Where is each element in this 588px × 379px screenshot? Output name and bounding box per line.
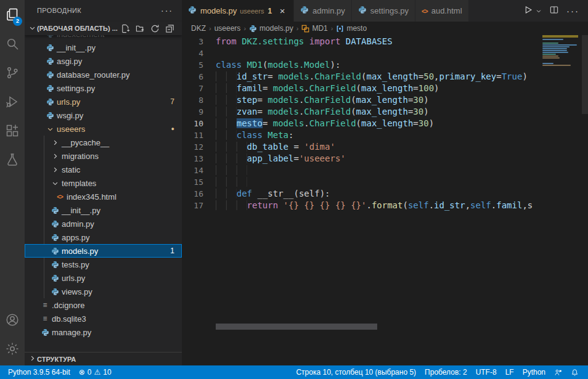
testing-icon[interactable] [0, 145, 25, 174]
line-number[interactable]: 9 [182, 106, 203, 118]
minimap[interactable] [542, 35, 578, 67]
refresh-icon[interactable] [150, 24, 160, 33]
breadcrumb-item-mesto[interactable]: mesto [336, 24, 367, 33]
tree-item-templates[interactable]: templates [25, 176, 182, 190]
vertical-scrollbar[interactable] [582, 35, 588, 114]
feedback-button[interactable] [550, 365, 566, 379]
line-number[interactable]: 14 [182, 165, 203, 176]
line-content: famil= models.CharField(max_length=100) [216, 83, 439, 94]
collapse-all-icon[interactable] [165, 24, 174, 33]
line-number[interactable]: 17 [182, 200, 203, 211]
indentation-label: Пробелов: 2 [425, 368, 467, 377]
tree-item-views-py[interactable]: views.py [25, 285, 182, 298]
tree-item-urls-py[interactable]: urls.py [25, 271, 182, 285]
line-number[interactable]: 4 [182, 47, 203, 59]
tree-item-db-sqlite3[interactable]: ≡db.sqlite3 [25, 312, 182, 325]
run-button[interactable] [523, 5, 533, 17]
tab-settings-py[interactable]: settings.py [352, 0, 415, 22]
tree-item-useeers[interactable]: useeers● [25, 122, 182, 136]
tree-item-apps-py[interactable]: apps.py [25, 230, 182, 244]
tree-item-database-roouter-py[interactable]: database_roouter.py [25, 68, 182, 81]
tab-models-py[interactable]: models.pyuseeers1× [182, 0, 294, 22]
code-line-11[interactable]: 11 class Meta: [182, 129, 542, 141]
run-dropdown-chevron-icon[interactable] [536, 6, 542, 17]
tab-aud-html[interactable]: <>aud.html [415, 0, 469, 22]
code-line-17[interactable]: 17 return '{} {} {} {} {}'.format(self.i… [182, 200, 542, 211]
account-icon[interactable] [0, 305, 25, 334]
tree-item-admin-py[interactable]: admin.py [25, 217, 182, 230]
code-line-8[interactable]: 8 step= models.CharField(max_length=30) [182, 94, 542, 106]
tree-item-index345-html[interactable]: <>index345.html [25, 190, 182, 203]
tree-item-settings-py[interactable]: settings.py [25, 81, 182, 95]
problems-indicator[interactable]: ⊗ 0 ⚠ 10 [75, 365, 116, 379]
cursor-position[interactable]: Строка 10, столбец 10 (выбрано 5) [292, 365, 420, 379]
tree-item-pycache[interactable]: __pycache__ [25, 136, 182, 149]
run-and-debug-icon[interactable] [0, 87, 25, 116]
tab-admin-py[interactable]: admin.py [294, 0, 352, 22]
line-number[interactable]: 8 [182, 94, 203, 106]
explorer-icon[interactable]: 2 [0, 0, 25, 29]
line-number[interactable]: 10 [182, 118, 203, 129]
python-icon [44, 57, 55, 65]
code-line-9[interactable]: 9 zvan= models.CharField(max_length=30) [182, 106, 542, 118]
code-line-10[interactable]: 10 mesto= models.CharField(max_length=30… [182, 118, 542, 129]
line-number[interactable]: 7 [182, 83, 203, 94]
code-line-5[interactable]: 5class MD1(models.Model): [182, 59, 542, 71]
code-line-12[interactable]: 12 db_table = 'dima' [182, 141, 542, 153]
workspace-section-header[interactable]: (РАБОЧАЯ ОБЛАСТЬ) ... [25, 22, 182, 35]
tree-item-indexelement[interactable]: indexelement [25, 35, 182, 41]
tree-item-manage-py[interactable]: manage.py [25, 325, 182, 339]
explorer-more-actions-icon[interactable]: ··· [161, 0, 173, 22]
split-editor-icon[interactable] [549, 5, 559, 17]
extensions-icon[interactable] [0, 116, 25, 145]
code-line-16[interactable]: 16 def __str__(self): [182, 188, 542, 200]
tree-item-static[interactable]: static [25, 163, 182, 176]
line-number[interactable]: 16 [182, 188, 203, 200]
code-line-4[interactable]: 4 [182, 47, 542, 59]
language-mode[interactable]: Python [518, 365, 550, 379]
notifications-button[interactable] [566, 365, 583, 379]
tree-item-init-py[interactable]: __init__.py [25, 41, 182, 54]
code-editor[interactable]: 3from DKZ.settings import DATABASES45cla… [182, 35, 542, 365]
code-line-3[interactable]: 3from DKZ.settings import DATABASES [182, 36, 542, 47]
tree-item-urls-py[interactable]: urls.py7 [25, 95, 182, 108]
code-line-13[interactable]: 13 app_label='useeers' [182, 153, 542, 165]
tree-item-wsgi-py[interactable]: wsgi.py [25, 108, 182, 122]
encoding-setting[interactable]: UTF-8 [472, 365, 501, 379]
minimap-line [542, 46, 570, 47]
tree-item-asgi-py[interactable]: asgi.py [25, 54, 182, 68]
line-number[interactable]: 5 [182, 59, 203, 71]
source-control-icon[interactable] [0, 58, 25, 87]
tree-item-migrations[interactable]: migrations [25, 149, 182, 163]
line-number[interactable]: 11 [182, 129, 203, 141]
new-folder-icon[interactable] [136, 24, 145, 33]
manage-icon[interactable] [0, 334, 25, 363]
line-number[interactable]: 3 [182, 36, 203, 47]
breadcrumb-item-useeers[interactable]: useeers [214, 24, 241, 33]
search-icon[interactable] [0, 29, 25, 58]
line-number[interactable]: 6 [182, 71, 203, 83]
code-line-14[interactable]: 14 [182, 165, 542, 176]
close-icon[interactable]: × [277, 6, 287, 16]
python-interpreter[interactable]: Python 3.9.5 64-bit [4, 365, 75, 379]
more-actions-icon[interactable]: ··· [566, 6, 579, 16]
tree-item-tests-py[interactable]: tests.py [25, 258, 182, 271]
breadcrumb-item-md1[interactable]: MD1 [301, 24, 327, 33]
line-number[interactable]: 15 [182, 176, 203, 188]
code-line-15[interactable]: 15 [182, 176, 542, 188]
breadcrumb-item-dkz[interactable]: DKZ [191, 24, 206, 33]
outline-section-header[interactable]: СТРУКТУРА [25, 352, 182, 365]
tree-item-dcignore[interactable]: ≡.dcignore [25, 298, 182, 312]
horizontal-scrollbar[interactable] [216, 324, 377, 330]
python-icon [49, 261, 60, 269]
breadcrumb-item-models-py[interactable]: models.py [249, 24, 293, 33]
eol-setting[interactable]: LF [501, 365, 518, 379]
line-number[interactable]: 13 [182, 153, 203, 165]
indentation-setting[interactable]: Пробелов: 2 [420, 365, 472, 379]
tree-item-init-py[interactable]: __init__.py [25, 203, 182, 217]
line-number[interactable]: 12 [182, 141, 203, 153]
code-line-6[interactable]: 6 id_str= models.CharField(max_length=50… [182, 71, 542, 83]
code-line-7[interactable]: 7 famil= models.CharField(max_length=100… [182, 83, 542, 94]
new-file-icon[interactable] [121, 24, 130, 33]
tree-item-models-py[interactable]: models.py1 [25, 244, 182, 258]
